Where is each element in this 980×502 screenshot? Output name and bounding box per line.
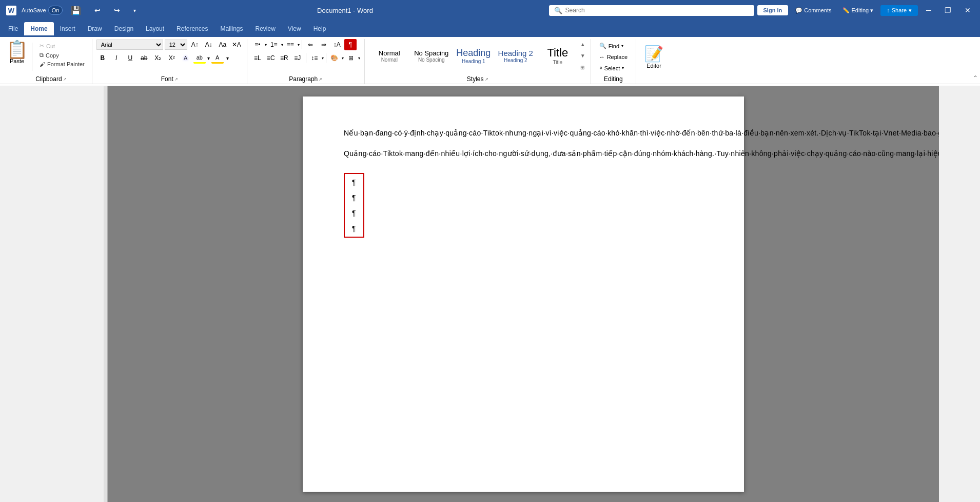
share-button[interactable]: ↑ Share ▾ (880, 5, 918, 16)
restore-button[interactable]: ❐ (939, 4, 956, 16)
editing-button[interactable]: ✏️ Editing ▾ (838, 5, 877, 16)
save-button[interactable]: 💾 (66, 4, 86, 17)
close-button[interactable]: ✕ (959, 4, 976, 16)
title-bar-center: Document1 - Word (141, 7, 548, 14)
grow-font-button[interactable]: A↑ (189, 39, 201, 50)
style-heading1[interactable]: Heading Heading 1 (453, 41, 494, 71)
style-title[interactable]: Title Title (537, 41, 578, 71)
tab-file[interactable]: File (2, 22, 24, 35)
styles-expand-icon[interactable]: ↗ (485, 77, 488, 82)
style-heading1-preview: Heading (456, 48, 491, 59)
customize-qat-button[interactable]: ▾ (128, 6, 141, 15)
tab-view[interactable]: View (282, 22, 307, 35)
bold-button[interactable]: B (96, 52, 109, 64)
styles-scroll: ▲ ▼ ⊞ (579, 41, 586, 71)
copy-button[interactable]: ⧉ Copy (36, 51, 88, 60)
cut-button[interactable]: ✂ Cut (36, 42, 88, 50)
change-case-button[interactable]: Aa (217, 39, 229, 50)
paste-button[interactable]: 📋 Paste (6, 41, 28, 64)
editing-label-area: Editing (591, 75, 636, 83)
style-normal-preview: Normal (379, 49, 400, 57)
comments-button[interactable]: 💬 Comments (791, 5, 835, 16)
select-button[interactable]: ⌖ Select ▾ (595, 63, 629, 73)
tab-design[interactable]: Design (108, 22, 140, 35)
font-expand-icon[interactable]: ↗ (174, 77, 178, 82)
numbering-dropdown[interactable]: ▾ (281, 43, 283, 47)
cut-icon: ✂ (40, 43, 44, 49)
subscript-button[interactable]: X₂ (152, 52, 164, 64)
tab-help[interactable]: Help (307, 22, 332, 35)
collapse-ribbon-button[interactable]: ⌃ (973, 74, 978, 82)
main-content[interactable]: Nếu·bạn·đang·có·ý·định·chạy·quảng·cáo·Ti… (108, 86, 939, 502)
highlight-dropdown[interactable]: ▾ (207, 55, 210, 61)
editor-icon: 📝 (644, 45, 663, 63)
font-size-select[interactable]: 12 (165, 40, 187, 50)
find-dropdown[interactable]: ▾ (621, 44, 623, 48)
borders-button[interactable]: ⊞ (345, 52, 357, 64)
styles-expand[interactable]: ⊞ (579, 64, 586, 71)
ribbon-spacer (672, 39, 973, 84)
clipboard-expand-icon[interactable]: ↗ (63, 77, 67, 82)
tab-references[interactable]: References (170, 22, 214, 35)
tab-mailings[interactable]: Mailings (214, 22, 249, 35)
multilevel-button[interactable]: ≡≡ (284, 39, 297, 50)
text-effects-button[interactable]: A (180, 52, 192, 64)
autosave-label: AutoSave (22, 7, 46, 13)
format-painter-button[interactable]: 🖌 Format Painter (36, 60, 88, 68)
align-right-button[interactable]: ≡R (278, 52, 290, 64)
styles-scroll-down[interactable]: ▼ (579, 52, 586, 60)
shading-dropdown[interactable]: ▾ (342, 56, 344, 61)
highlight-color-button[interactable]: ab (193, 52, 206, 64)
shading-button[interactable]: 🎨 (328, 52, 341, 64)
style-title-preview: Title (547, 46, 568, 60)
borders-dropdown[interactable]: ▾ (358, 56, 360, 61)
bullets-button[interactable]: ≡• (251, 39, 264, 50)
italic-button[interactable]: I (110, 52, 123, 64)
autosave-toggle[interactable]: On (48, 6, 63, 15)
style-title-name: Title (553, 60, 562, 65)
numbering-button[interactable]: 1≡ (268, 39, 280, 50)
underline-button[interactable]: U (124, 52, 136, 64)
show-formatting-button[interactable]: ¶ (344, 39, 357, 50)
align-left-button[interactable]: ≡L (251, 52, 264, 64)
decrease-indent-button[interactable]: ⇐ (304, 39, 317, 50)
tab-layout[interactable]: Layout (140, 22, 170, 35)
clear-formatting-button[interactable]: ✕A (230, 39, 243, 50)
style-normal[interactable]: Normal Normal (369, 41, 410, 71)
doc-title: Document1 - Word (317, 7, 373, 14)
align-center-button[interactable]: ≡C (265, 52, 277, 64)
para-expand-icon[interactable]: ↗ (319, 77, 322, 82)
redo-button[interactable]: ↪ (109, 4, 125, 16)
line-spacing-button[interactable]: ↕≡ (308, 52, 321, 64)
font-family-select[interactable]: Arial (96, 40, 163, 50)
font-color-button[interactable]: A (211, 52, 224, 64)
justify-button[interactable]: ≡J (291, 52, 304, 64)
line-spacing-dropdown[interactable]: ▾ (322, 56, 324, 61)
bullets-dropdown[interactable]: ▾ (265, 43, 267, 47)
undo-button[interactable]: ↩ (89, 4, 106, 16)
shrink-font-button[interactable]: A↓ (203, 39, 215, 50)
replace-button[interactable]: ↔ Replace (595, 52, 632, 62)
increase-indent-button[interactable]: ⇒ (318, 39, 330, 50)
tab-review[interactable]: Review (249, 22, 282, 35)
sort-button[interactable]: ↕A (331, 39, 343, 50)
tab-draw[interactable]: Draw (82, 22, 108, 35)
select-dropdown[interactable]: ▾ (622, 66, 624, 70)
strikethrough-button[interactable]: ab (138, 52, 150, 64)
editor-button[interactable]: 📝 Editor (644, 45, 663, 69)
tab-home[interactable]: Home (24, 22, 53, 35)
find-button[interactable]: 🔍 Find ▾ (595, 41, 628, 51)
tab-insert[interactable]: Insert (54, 22, 82, 35)
superscript-button[interactable]: X² (166, 52, 178, 64)
styles-scroll-up[interactable]: ▲ (579, 41, 586, 48)
styles-gallery: Normal Normal No Spacing No Spacing Head… (369, 41, 578, 71)
style-heading2[interactable]: Heading 2 Heading 2 (495, 41, 536, 71)
multilevel-dropdown[interactable]: ▾ (298, 43, 300, 47)
minimize-button[interactable]: ─ (921, 4, 936, 16)
search-input[interactable] (565, 7, 749, 14)
copy-icon: ⧉ (40, 52, 44, 59)
para-2: Quảng·cáo·Tiktok·mang·đến·nhiều·lợi·ích·… (344, 148, 703, 159)
font-color-dropdown[interactable]: ▾ (226, 55, 229, 61)
style-no-spacing[interactable]: No Spacing No Spacing (411, 41, 452, 71)
sign-in-button[interactable]: Sign in (757, 5, 789, 15)
